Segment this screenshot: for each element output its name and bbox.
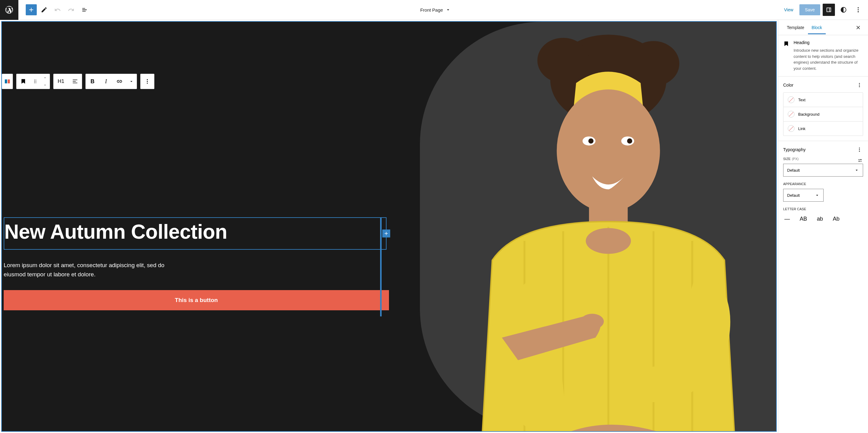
move-up-button[interactable] — [40, 74, 50, 81]
bold-button[interactable]: B — [86, 74, 99, 89]
align-button[interactable] — [68, 74, 82, 89]
tab-template[interactable]: Template — [783, 21, 808, 34]
no-color-icon — [788, 111, 795, 118]
close-icon — [855, 25, 861, 31]
redo-icon — [68, 6, 74, 13]
block-description: Introduce new sections and organize cont… — [794, 47, 863, 71]
svg-rect-4 — [8, 79, 10, 84]
heading-block-selected[interactable]: New Autumn Collection — [4, 217, 386, 250]
wordpress-icon — [5, 5, 14, 14]
color-section: Color Text Background — [778, 76, 868, 141]
heading-level-button[interactable]: H1 — [54, 74, 68, 89]
tab-block[interactable]: Block — [808, 21, 826, 34]
plus-icon — [383, 231, 389, 236]
save-button[interactable]: Save — [799, 4, 820, 15]
redo-button[interactable] — [65, 4, 77, 16]
page-title-dropdown[interactable]: Front Page — [91, 7, 780, 12]
letter-case-none[interactable]: — — [783, 214, 791, 224]
italic-button[interactable]: I — [99, 74, 113, 89]
svg-point-23 — [586, 228, 631, 254]
svg-point-12 — [147, 81, 148, 82]
undo-button[interactable] — [52, 4, 64, 16]
cta-button-block[interactable]: This is a button — [4, 290, 389, 310]
typography-title: Typography — [783, 147, 806, 152]
more-options-button[interactable] — [852, 4, 864, 16]
block-description-section: Heading Introduce new sections and organ… — [778, 35, 868, 76]
svg-point-9 — [34, 82, 35, 83]
wordpress-logo[interactable] — [0, 0, 19, 20]
color-background-label: Background — [798, 112, 819, 116]
parent-block-button[interactable] — [2, 74, 12, 89]
chevron-down-icon — [445, 7, 451, 12]
svg-point-28 — [859, 147, 860, 148]
dots-vertical-icon — [857, 147, 862, 153]
svg-rect-3 — [5, 79, 7, 84]
sidebar-icon — [826, 6, 832, 13]
chevron-down-icon — [43, 84, 47, 87]
svg-point-5 — [34, 79, 35, 80]
block-type-button[interactable] — [17, 74, 30, 89]
color-link-button[interactable]: Link — [783, 122, 863, 136]
close-sidebar-button[interactable] — [853, 23, 863, 32]
document-outline-button[interactable] — [79, 4, 91, 16]
move-down-button[interactable] — [40, 81, 50, 89]
color-title: Color — [783, 82, 793, 88]
typography-options-button[interactable] — [856, 146, 863, 153]
size-label: SIZE — [783, 157, 790, 161]
drag-handle[interactable] — [30, 74, 40, 89]
svg-point-26 — [859, 85, 860, 86]
dots-vertical-icon — [857, 82, 862, 88]
svg-point-17 — [557, 89, 660, 212]
color-background-button[interactable]: Background — [783, 107, 863, 122]
block-toolbar: H1 B I — [2, 74, 154, 89]
add-block-button[interactable] — [26, 4, 37, 15]
svg-point-1 — [858, 9, 859, 10]
dots-vertical-icon — [144, 78, 150, 85]
editor-canvas-wrapper: H1 B I — [0, 20, 778, 433]
svg-point-11 — [147, 79, 148, 80]
no-color-icon — [788, 96, 795, 103]
appearance-select[interactable]: Default — [783, 189, 824, 202]
svg-point-24 — [581, 314, 604, 329]
top-toolbar: Front Page View Save — [0, 0, 868, 20]
letter-case-lower[interactable]: ab — [816, 214, 824, 224]
svg-point-25 — [859, 83, 860, 84]
color-text-button[interactable]: Text — [783, 93, 863, 107]
appearance-value: Default — [787, 193, 800, 198]
block-name: Heading — [794, 40, 863, 45]
svg-point-16 — [627, 41, 679, 86]
paragraph-block[interactable]: Lorem ipsum dolor sit amet, consectetur … — [4, 261, 187, 279]
heading-icon — [20, 78, 26, 85]
view-button[interactable]: View — [780, 5, 797, 15]
topbar-right: View Save — [780, 4, 868, 16]
letter-case-capitalize[interactable]: Ab — [832, 214, 841, 224]
page-title: Front Page — [420, 7, 443, 12]
svg-point-13 — [147, 82, 148, 84]
chevron-down-icon — [815, 193, 819, 198]
sidebar-tabs: Template Block — [778, 20, 868, 35]
letter-case-label: LETTER CASE — [783, 207, 806, 211]
letter-case-upper[interactable]: AB — [799, 214, 808, 224]
chevron-up-icon — [43, 76, 47, 79]
svg-point-15 — [537, 38, 589, 83]
size-select[interactable]: Default — [783, 164, 863, 176]
settings-sidebar-toggle[interactable] — [823, 4, 835, 16]
more-format-button[interactable] — [126, 74, 136, 89]
block-more-button[interactable] — [141, 74, 154, 89]
typography-section: Typography SIZE (PX) Default — [778, 141, 868, 229]
heading-text[interactable]: New Autumn Collection — [4, 220, 383, 243]
heading-block-icon — [783, 41, 789, 71]
link-button[interactable] — [113, 74, 126, 89]
svg-point-21 — [627, 138, 632, 143]
dots-vertical-icon — [855, 6, 862, 13]
styles-button[interactable] — [837, 4, 849, 16]
edit-tool-button[interactable] — [38, 4, 50, 16]
no-color-icon — [788, 125, 795, 132]
color-options-button[interactable] — [856, 81, 863, 89]
size-value: Default — [787, 168, 800, 173]
pencil-icon — [41, 6, 48, 13]
size-custom-button[interactable] — [857, 157, 863, 163]
resize-handle-line[interactable] — [380, 217, 382, 317]
drag-icon — [32, 79, 38, 84]
svg-point-32 — [859, 161, 860, 162]
